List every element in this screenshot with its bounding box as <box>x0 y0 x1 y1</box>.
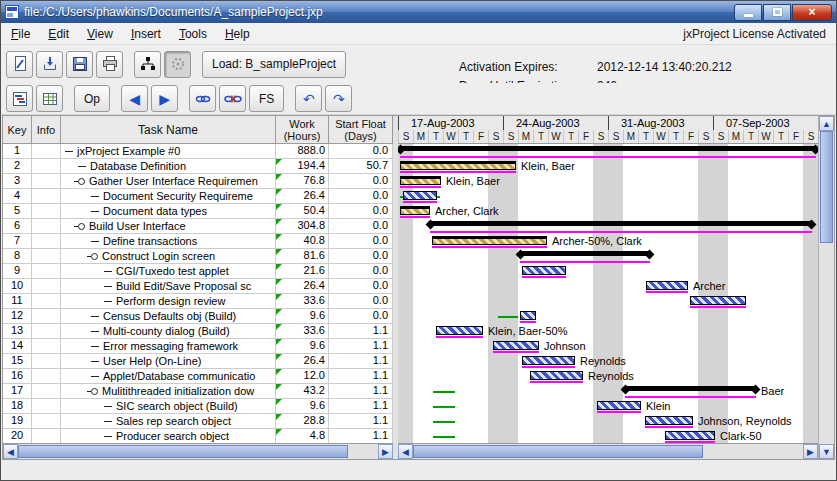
menu-help[interactable]: Help <box>225 27 250 41</box>
forward-button[interactable]: ▶ <box>151 85 178 112</box>
link-tasks-button[interactable] <box>189 85 216 112</box>
collapse-toggle-icon[interactable] <box>78 178 85 185</box>
window-controls: × <box>733 4 832 21</box>
row-key: 8 <box>3 249 32 263</box>
table-row[interactable]: 15User Help (On-Line)26.41.1 <box>3 354 393 369</box>
row-start-float: 1.1 <box>329 354 393 368</box>
chart-vscrollbar[interactable]: ▲ ▼ <box>818 115 835 460</box>
minimize-button[interactable] <box>734 4 762 21</box>
table-row[interactable]: 7Define transactions40.80.0 <box>3 234 393 249</box>
summary-bar[interactable] <box>625 386 756 391</box>
table-row[interactable]: 13Multi-county dialog (Build)33.61.1 <box>3 324 393 339</box>
collapse-toggle-icon[interactable] <box>78 223 85 230</box>
task-bar[interactable] <box>522 356 575 365</box>
row-key: 19 <box>3 414 32 428</box>
table-row[interactable]: 19Sales rep search object28.81.1 <box>3 414 393 429</box>
org-chart-button[interactable] <box>134 51 161 78</box>
scroll-right-button[interactable]: ▶ <box>378 444 393 459</box>
week-label[interactable]: 24-Aug-2003 <box>503 116 608 130</box>
table-row[interactable]: 8Construct Login screen81.60.0 <box>3 249 393 264</box>
edited-flag-icon <box>276 399 282 405</box>
save-button[interactable] <box>66 51 93 78</box>
redo-button[interactable]: ↷ <box>325 85 352 112</box>
task-bar[interactable] <box>400 161 516 170</box>
maximize-button[interactable] <box>763 4 791 21</box>
table-row[interactable]: 20Producer search object4.81.1 <box>3 429 393 443</box>
task-bar[interactable] <box>520 311 536 320</box>
table-row[interactable]: 3Gather User Interface Requiremen76.80.0 <box>3 174 393 189</box>
task-bar[interactable] <box>400 206 430 215</box>
column-header-work[interactable]: Work(Hours) <box>276 116 329 143</box>
column-header-start-float[interactable]: Start Float(Days) <box>329 116 393 143</box>
task-bar[interactable] <box>597 401 641 410</box>
table-row[interactable]: 14Error messaging framework9.61.1 <box>3 339 393 354</box>
chart-scroll-right-button[interactable]: ▶ <box>803 444 818 459</box>
chart-hscroll-thumb[interactable] <box>413 445 703 458</box>
week-label[interactable]: 07-Sep-2003 <box>713 116 818 130</box>
load-project-button[interactable]: Load: B_sampleProject <box>202 51 346 78</box>
vscroll-thumb[interactable] <box>820 131 833 243</box>
task-bar[interactable] <box>400 176 441 185</box>
menu-file[interactable]: File <box>11 27 30 41</box>
table-row[interactable]: 12Census Defaults obj (Build)9.60.0 <box>3 309 393 324</box>
summary-bar[interactable] <box>520 251 650 256</box>
week-label[interactable]: 17-Aug-2003 <box>398 116 503 130</box>
task-bar[interactable] <box>493 341 539 350</box>
scroll-left-button[interactable]: ◀ <box>3 444 18 459</box>
scroll-up-button[interactable]: ▲ <box>819 116 834 131</box>
collapse-toggle-icon[interactable] <box>91 388 98 395</box>
summary-bar[interactable] <box>400 146 816 151</box>
table-row[interactable]: 2Database Definition194.450.7 <box>3 159 393 174</box>
new-file-button[interactable] <box>6 51 33 78</box>
row-key: 6 <box>3 219 32 233</box>
table-row[interactable]: 4Document Security Requireme26.40.0 <box>3 189 393 204</box>
table-row[interactable]: 1jxProject Example #0888.00.0 <box>3 144 393 159</box>
table-row[interactable]: 10Build Edit/Save Proposal sc26.40.0 <box>3 279 393 294</box>
gantt-view-button[interactable] <box>6 85 33 112</box>
menu-edit[interactable]: Edit <box>48 27 69 41</box>
close-button[interactable]: × <box>792 4 832 21</box>
task-bar[interactable] <box>432 236 547 245</box>
menu-tools[interactable]: Tools <box>179 27 207 41</box>
table-hscrollbar[interactable]: ◀ ▶ <box>3 443 393 459</box>
menu-view[interactable]: View <box>87 27 113 41</box>
settings-button[interactable] <box>164 51 191 78</box>
summary-bar[interactable] <box>430 221 812 226</box>
task-bar[interactable] <box>522 266 566 275</box>
chart-scroll-left-button[interactable]: ◀ <box>398 444 413 459</box>
table-view-button[interactable] <box>36 85 63 112</box>
collapse-toggle-icon[interactable] <box>91 253 98 260</box>
fs-link-type-button[interactable]: FS <box>249 85 284 112</box>
table-row[interactable]: 11Perform design review33.60.0 <box>3 294 393 309</box>
titlebar[interactable]: file:/C:/Users/phawkins/Documents/A_samp… <box>1 1 836 23</box>
undo-button[interactable]: ↶ <box>295 85 322 112</box>
scroll-down-button[interactable]: ▼ <box>819 444 834 459</box>
table-row[interactable]: 17Mulitithreaded initialization dow43.21… <box>3 384 393 399</box>
week-label[interactable]: 31-Aug-2003 <box>608 116 713 130</box>
column-header-key[interactable]: Key <box>3 116 32 143</box>
column-header-info[interactable]: Info <box>32 116 61 143</box>
task-bar[interactable] <box>645 416 693 425</box>
table-row[interactable]: 6Build User Interface304.80.0 <box>3 219 393 234</box>
chart-hscrollbar[interactable]: ◀ ▶ <box>398 443 818 459</box>
task-bar[interactable] <box>690 296 746 305</box>
task-bar[interactable] <box>665 431 715 440</box>
edited-flag-icon <box>276 354 282 360</box>
table-row[interactable]: 18SIC search object (Build)9.61.1 <box>3 399 393 414</box>
column-header-task-name[interactable]: Task Name <box>61 116 276 143</box>
table-row[interactable]: 5Document data types50.40.0 <box>3 204 393 219</box>
menu-insert[interactable]: Insert <box>131 27 161 41</box>
task-bar[interactable] <box>403 191 437 200</box>
task-bar[interactable] <box>530 371 583 380</box>
hscroll-thumb[interactable] <box>18 445 348 458</box>
unlink-tasks-button[interactable] <box>219 85 246 112</box>
task-bar[interactable] <box>646 281 688 290</box>
table-row[interactable]: 9CGI/Tuxedo test applet21.60.0 <box>3 264 393 279</box>
print-button[interactable] <box>96 51 123 78</box>
task-bar[interactable] <box>436 326 483 335</box>
table-row[interactable]: 16Applet/Database communicatio12.01.1 <box>3 369 393 384</box>
maximize-icon <box>773 8 782 16</box>
back-button[interactable]: ◀ <box>121 85 148 112</box>
op-button[interactable]: Op <box>74 85 110 112</box>
open-file-button[interactable] <box>36 51 63 78</box>
